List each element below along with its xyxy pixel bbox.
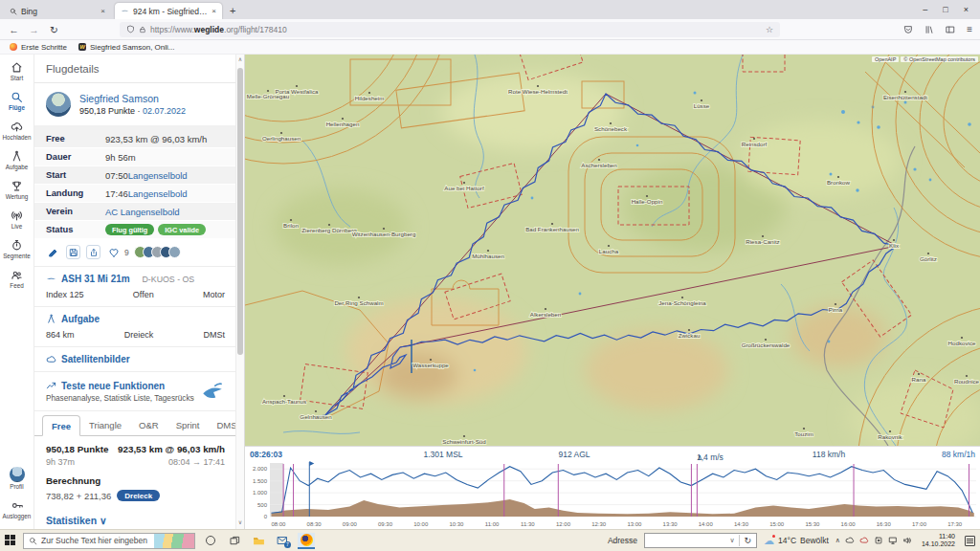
share-button[interactable] xyxy=(86,245,100,259)
reload-button[interactable]: ↻ xyxy=(48,24,60,35)
tab-or[interactable]: O&R xyxy=(130,415,167,435)
satellite-link[interactable]: Satellitenbilder xyxy=(61,354,130,364)
scrollbar-thumb[interactable] xyxy=(237,68,243,355)
search-highlight-art[interactable] xyxy=(154,534,194,548)
back-button[interactable]: ← xyxy=(8,24,20,35)
glider-registration: D-KUOS - OS xyxy=(142,275,194,284)
firefox-button[interactable] xyxy=(298,533,315,549)
map-place-dot xyxy=(463,182,465,184)
pilot-name-link[interactable]: Siegfried Samson xyxy=(79,93,186,104)
x-axis-tick: 13:30 xyxy=(663,521,679,527)
altitude-msl: 1.301 MSL xyxy=(423,450,462,459)
library-icon[interactable] xyxy=(924,25,934,34)
map-place-dot xyxy=(610,122,612,124)
statistics-toggle[interactable]: Statistiken ∨ xyxy=(34,507,236,529)
system-tray: ∧ xyxy=(835,536,912,545)
airfield-link[interactable]: Langenselbold xyxy=(128,170,188,181)
x-axis-tick: 12:00 xyxy=(556,521,571,527)
file-explorer-button[interactable] xyxy=(250,533,267,549)
adresse-combobox[interactable]: ∨↻ xyxy=(644,533,757,548)
sidebar-item-profil[interactable]: Profil xyxy=(10,467,25,490)
tab-close-icon[interactable]: × xyxy=(212,7,216,15)
onedrive-icon[interactable] xyxy=(845,536,855,545)
map-place-dot xyxy=(966,375,968,377)
scroll-up-arrow[interactable]: ∧ xyxy=(236,55,244,65)
new-tab-button[interactable]: + xyxy=(222,3,243,19)
windows-start-button[interactable] xyxy=(5,535,16,546)
task-rules: DMSt xyxy=(204,330,226,340)
tab-close-icon[interactable]: × xyxy=(100,7,105,15)
mail-button[interactable]: 7 xyxy=(274,533,291,549)
edit-button[interactable] xyxy=(46,245,60,259)
chart-cursor-flag[interactable] xyxy=(309,461,314,466)
taskbar-clock[interactable]: 11:4014.10.2022 xyxy=(922,533,955,549)
cortana-button[interactable] xyxy=(202,533,219,549)
pilot-avatar[interactable] xyxy=(46,92,71,117)
go-refresh-icon[interactable]: ↻ xyxy=(740,536,757,545)
sidebar-item-hochladen[interactable]: Hochladen xyxy=(2,121,31,141)
barogram-chart[interactable]: 05001.0001.5002.00008:0008:3009:0009:301… xyxy=(245,460,980,530)
tab-sprint[interactable]: Sprint xyxy=(167,415,209,435)
y-axis-tick: 1.500 xyxy=(253,478,268,484)
map-place-dot xyxy=(803,428,805,430)
taskbar-weather[interactable]: ☁ 14°C Bewölkt xyxy=(764,535,829,547)
scroll-down-arrow[interactable]: ∨ xyxy=(236,518,244,528)
bookmark-star-icon[interactable]: ☆ xyxy=(766,25,773,34)
sidebar-item-live[interactable]: Live xyxy=(11,209,23,230)
url-bar[interactable]: https://www.weglide.org/flight/178410 ☆ xyxy=(120,22,780,37)
new-features-link[interactable]: Teste neue Funktionen xyxy=(61,381,165,391)
notification-center-icon[interactable] xyxy=(965,536,975,546)
x-axis-tick: 16:00 xyxy=(841,521,857,527)
x-axis-tick: 08:30 xyxy=(307,521,323,527)
chevron-down-icon[interactable]: ∨ xyxy=(725,537,738,544)
volume-icon[interactable] xyxy=(902,536,912,545)
tray-expand-icon[interactable]: ∧ xyxy=(835,537,840,544)
map-place-dot xyxy=(681,297,683,298)
menu-icon[interactable]: ≡ xyxy=(967,24,972,34)
score-tabs: Free Triangle O&R Sprint DMSt xyxy=(34,411,236,436)
sidebar-icon[interactable] xyxy=(946,25,955,34)
sidebar-item-feed[interactable]: Feed xyxy=(10,269,23,289)
score-times: 08:04 → 17:41 xyxy=(118,457,225,467)
tab-bing[interactable]: Bing × xyxy=(4,3,111,19)
tab-triangle[interactable]: Triangle xyxy=(80,415,130,435)
panel-scrollbar[interactable]: ∧ ∨ xyxy=(235,55,244,529)
sync-alert-icon[interactable] xyxy=(859,536,869,545)
forward-button[interactable]: → xyxy=(28,24,40,35)
sidebar-item-start[interactable]: Start xyxy=(11,61,23,81)
club-link[interactable]: AC Langenselbold xyxy=(105,207,180,217)
sidebar-item-aufgabe[interactable]: Aufgabe xyxy=(6,150,28,170)
tab-free[interactable]: Free xyxy=(42,415,80,436)
pocket-icon[interactable] xyxy=(903,25,913,34)
network-icon[interactable] xyxy=(888,536,898,545)
sidebar-item-ausloggen[interactable]: Ausloggen xyxy=(3,499,32,519)
flight-map[interactable]: Melle-GrönegauPorta WestfalicaHildesheim… xyxy=(245,55,980,446)
task-view-button[interactable] xyxy=(226,533,243,549)
save-button[interactable] xyxy=(66,245,80,259)
like-button[interactable] xyxy=(106,245,121,259)
tab-flight[interactable]: 924 km - Siegfried Samson - Lan × xyxy=(115,3,222,19)
close-window-button[interactable]: × xyxy=(964,5,969,14)
glider-name-link[interactable]: ASH 31 Mi 21m xyxy=(61,274,130,284)
security-icon[interactable] xyxy=(874,536,883,545)
map-container[interactable]: Melle-GrönegauPorta WestfalicaHildesheim… xyxy=(245,55,980,529)
liker-avatars[interactable] xyxy=(138,246,181,258)
flight-date-link[interactable]: 02.07.2022 xyxy=(143,106,186,116)
airfield-link[interactable]: Langenselbold xyxy=(128,188,188,199)
y-axis-tick: 500 xyxy=(257,502,268,508)
task-link[interactable]: Aufgabe xyxy=(61,314,100,324)
map-place-label: Großrückerswalde xyxy=(742,342,791,348)
floppy-icon xyxy=(69,248,78,257)
map-place-dot xyxy=(762,235,764,237)
map-place-label: Roudnice xyxy=(954,378,980,385)
calculation-block: Berechnung 738,82 + 211,36Dreieck xyxy=(34,473,236,507)
bookmark-item[interactable]: Erste Schritte xyxy=(10,43,67,52)
taskbar-search-input[interactable]: Zur Suche Text hier eingeben xyxy=(23,533,195,549)
maximize-button[interactable]: □ xyxy=(943,5,947,14)
sidebar-item-wertung[interactable]: Wertung xyxy=(6,180,29,200)
minimize-button[interactable]: – xyxy=(923,5,927,14)
sidebar-item-segmente[interactable]: Segmente xyxy=(3,239,31,259)
bookmark-item[interactable]: WSiegfried Samson, Onli... xyxy=(78,43,174,52)
sidebar-item-fluege[interactable]: Flüge xyxy=(9,91,25,111)
barogram-section[interactable]: 08:26:03 1.301 MSL 912 AGL ∧ 1,4 m/s 118… xyxy=(245,446,980,529)
